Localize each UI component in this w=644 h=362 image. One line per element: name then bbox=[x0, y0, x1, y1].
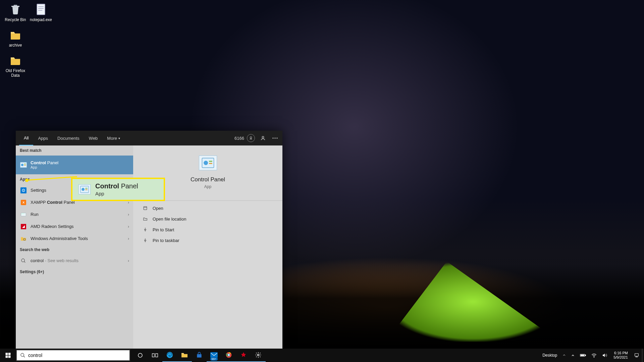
folder-icon bbox=[9, 28, 22, 42]
action-pin-taskbar[interactable]: Pin to taskbar bbox=[133, 235, 282, 246]
rewards-badge-icon bbox=[247, 134, 255, 142]
mail-badge: 99+ bbox=[210, 357, 218, 361]
svg-rect-18 bbox=[21, 213, 26, 216]
run-icon bbox=[20, 211, 27, 218]
svg-rect-28 bbox=[144, 206, 147, 209]
result-control-panel[interactable]: Control Panel App bbox=[16, 156, 133, 174]
result-web-search[interactable]: control - See web results › bbox=[16, 255, 133, 267]
svg-rect-41 bbox=[156, 354, 158, 357]
svg-rect-51 bbox=[581, 355, 584, 356]
taskbar: 99+ Desktop 6:16 PM 5/9/2021 bbox=[0, 349, 644, 362]
tray-battery-icon[interactable] bbox=[577, 349, 589, 362]
action-open-file-location[interactable]: Open file location bbox=[133, 214, 282, 224]
taskbar-task-view[interactable] bbox=[148, 349, 162, 362]
svg-rect-43 bbox=[197, 354, 201, 358]
tray-up-icon[interactable] bbox=[569, 349, 577, 362]
search-results-list: Best match Control Panel App Apps Settin… bbox=[16, 145, 133, 349]
svg-rect-31 bbox=[85, 188, 88, 189]
svg-rect-0 bbox=[37, 4, 45, 15]
tab-all[interactable]: All bbox=[19, 131, 33, 145]
tab-web[interactable]: Web bbox=[84, 131, 103, 145]
search-preview-pane: Control Panel App Open Open file locatio… bbox=[133, 145, 282, 349]
chevron-right-icon: › bbox=[128, 258, 129, 263]
preview-app-icon bbox=[199, 156, 217, 170]
svg-point-47 bbox=[228, 354, 230, 356]
svg-point-37 bbox=[21, 353, 24, 356]
more-options-icon[interactable] bbox=[271, 134, 279, 142]
result-run[interactable]: Run › bbox=[16, 208, 133, 221]
tray-wifi-icon[interactable] bbox=[589, 349, 599, 362]
tab-more[interactable]: More▾ bbox=[102, 131, 125, 145]
notepad-icon bbox=[34, 3, 48, 16]
svg-text:X: X bbox=[22, 201, 25, 204]
result-amd-radeon[interactable]: AMD Radeon Settings › bbox=[16, 221, 133, 233]
desktop-icon-archive[interactable]: archive bbox=[3, 28, 28, 48]
tray-clock[interactable]: 6:16 PM 5/9/2021 bbox=[610, 349, 631, 362]
svg-point-4 bbox=[250, 137, 252, 138]
svg-point-8 bbox=[276, 137, 277, 138]
svg-rect-34 bbox=[8, 353, 11, 355]
taskbar-app-mail[interactable]: 99+ bbox=[207, 349, 221, 362]
taskbar-app-chrome[interactable] bbox=[221, 349, 236, 362]
svg-rect-32 bbox=[85, 189, 88, 190]
chevron-right-icon: › bbox=[128, 224, 129, 229]
tab-apps[interactable]: Apps bbox=[33, 131, 53, 145]
taskbar-app-store[interactable] bbox=[192, 349, 207, 362]
pin-icon bbox=[143, 227, 148, 232]
svg-rect-26 bbox=[209, 161, 212, 162]
preview-subtitle: App bbox=[204, 184, 211, 189]
tray-desktop-toggle[interactable]: Desktop bbox=[540, 349, 560, 362]
taskbar-app-edge[interactable] bbox=[162, 349, 177, 362]
taskbar-app-generic[interactable] bbox=[236, 349, 251, 362]
taskbar-cortana[interactable] bbox=[133, 349, 148, 362]
svg-point-30 bbox=[82, 188, 85, 191]
xampp-icon: X bbox=[20, 199, 27, 206]
chevron-right-icon: › bbox=[128, 212, 129, 217]
search-icon bbox=[20, 257, 27, 264]
open-icon bbox=[143, 205, 148, 211]
account-icon[interactable] bbox=[259, 134, 267, 142]
desktop-icon-old-firefox[interactable]: Old Firefox Data bbox=[3, 54, 28, 78]
svg-point-7 bbox=[274, 137, 275, 138]
svg-rect-36 bbox=[8, 356, 11, 358]
start-button[interactable] bbox=[0, 349, 16, 362]
action-open[interactable]: Open bbox=[133, 203, 282, 214]
taskbar-search-input[interactable] bbox=[28, 353, 126, 358]
tray-notifications-icon[interactable] bbox=[631, 349, 642, 362]
amd-icon bbox=[20, 223, 27, 230]
taskbar-app-settings[interactable] bbox=[251, 349, 266, 362]
taskbar-app-explorer[interactable] bbox=[177, 349, 192, 362]
cortana-icon bbox=[137, 352, 143, 358]
desktop-icon-label: Recycle Bin bbox=[5, 17, 26, 22]
rewards-points[interactable]: 6166 bbox=[234, 134, 255, 142]
desktop-icon-notepad[interactable]: notepad.exe bbox=[28, 3, 54, 22]
chevron-right-icon: › bbox=[128, 236, 129, 241]
chrome-icon bbox=[225, 352, 232, 358]
svg-point-10 bbox=[21, 164, 23, 166]
app-icon bbox=[240, 352, 247, 358]
task-view-icon bbox=[152, 353, 158, 358]
windows-logo-icon bbox=[5, 352, 11, 358]
svg-point-48 bbox=[258, 354, 259, 356]
preview-title: Control Panel bbox=[191, 176, 225, 183]
section-settings-more[interactable]: Settings (6+) bbox=[16, 267, 133, 277]
store-icon bbox=[196, 352, 203, 359]
tab-documents[interactable]: Documents bbox=[53, 131, 84, 145]
tray-overflow-icon[interactable] bbox=[560, 349, 569, 362]
annotation-callout: Control Panel App bbox=[71, 178, 165, 201]
svg-line-38 bbox=[23, 356, 25, 357]
desktop-icon-recycle-bin[interactable]: Recycle Bin bbox=[3, 3, 28, 22]
tray-volume-icon[interactable] bbox=[599, 349, 610, 362]
search-tabs-bar: All Apps Documents Web More▾ 6166 bbox=[16, 131, 282, 145]
taskbar-search-box[interactable] bbox=[16, 350, 130, 361]
recycle-bin-icon bbox=[9, 3, 22, 16]
svg-point-25 bbox=[204, 161, 208, 165]
result-admin-tools[interactable]: Windows Administrative Tools › bbox=[16, 233, 133, 245]
action-pin-start[interactable]: Pin to Start bbox=[133, 224, 282, 235]
svg-point-52 bbox=[594, 357, 594, 357]
svg-point-6 bbox=[272, 137, 273, 138]
svg-rect-19 bbox=[21, 214, 24, 214]
show-desktop-peek[interactable] bbox=[642, 349, 644, 362]
desktop-icon-label: notepad.exe bbox=[30, 17, 52, 22]
chevron-down-icon: ▾ bbox=[118, 136, 120, 140]
